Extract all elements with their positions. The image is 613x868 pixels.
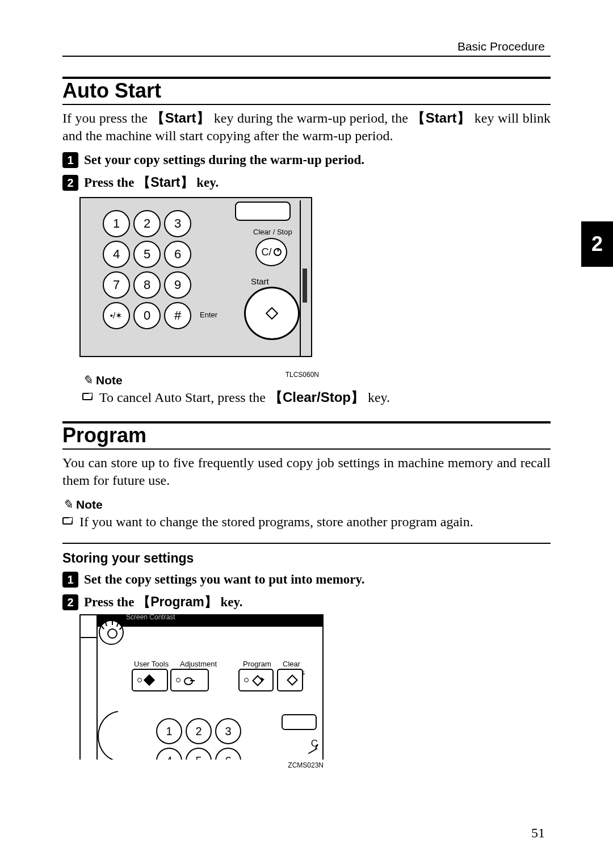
note-heading: ✎ Note bbox=[62, 497, 551, 512]
clearstop-label: Clear / Stop bbox=[253, 228, 292, 236]
figure-code: TLCS060N bbox=[285, 371, 319, 379]
figure-keypad-panel: 1 2 3 4 5 6 7 8 9 •/✶ bbox=[79, 197, 322, 367]
stop-icon bbox=[274, 248, 282, 256]
panel-corner bbox=[81, 614, 98, 638]
text: If you press the bbox=[62, 111, 151, 125]
panel-side-strip bbox=[300, 200, 309, 356]
enter-label: Enter bbox=[200, 311, 217, 319]
rbracket: 】 bbox=[196, 110, 211, 125]
key-6[interactable]: 6 bbox=[215, 748, 241, 760]
lbracket: 【 bbox=[137, 594, 150, 609]
display-slot bbox=[235, 202, 291, 221]
key-5[interactable]: 5 bbox=[186, 748, 212, 760]
manual-page: Basic Procedure 2 Auto Start If you pres… bbox=[0, 0, 613, 868]
clear-stop-button[interactable]: C/ bbox=[255, 238, 287, 266]
step-2: 2 Press the 【Program】 key. bbox=[62, 593, 551, 611]
text: Press the bbox=[84, 595, 137, 609]
text: key. bbox=[194, 175, 219, 190]
storing-settings-title: Storing your settings bbox=[62, 551, 551, 566]
key-clear-stop: Clear/Stop bbox=[283, 389, 351, 405]
key-4[interactable]: 4 bbox=[156, 748, 182, 760]
numeric-keypad: 1 2 3 4 5 6 bbox=[154, 716, 243, 760]
key-1[interactable]: 1 bbox=[103, 210, 130, 237]
lbracket: 【 bbox=[269, 389, 283, 405]
step-2-text: Press the 【Start】 key. bbox=[84, 174, 219, 191]
panel-frame: Screen Contrast User Tools Adjustment Pr… bbox=[79, 614, 324, 760]
adjustment-button[interactable] bbox=[170, 669, 209, 691]
lbracket: 【 bbox=[151, 110, 165, 125]
chapter-tab: 2 bbox=[581, 221, 613, 267]
key-3[interactable]: 3 bbox=[215, 718, 241, 744]
key-8[interactable]: 8 bbox=[133, 271, 161, 299]
contrast-dial[interactable] bbox=[99, 620, 124, 645]
auto-start-intro: If you press the 【Start】 key during the … bbox=[62, 110, 551, 144]
key-program: Program bbox=[150, 594, 204, 609]
text: Press the bbox=[84, 175, 137, 190]
user-tools-button[interactable] bbox=[132, 669, 168, 691]
figure-program-panel: Screen Contrast User Tools Adjustment Pr… bbox=[79, 614, 329, 770]
text: key during the warm-up period, the bbox=[210, 111, 412, 125]
key-2[interactable]: 2 bbox=[133, 210, 161, 237]
program-intro: You can store up to five frequently used… bbox=[62, 454, 551, 489]
page-number: 51 bbox=[531, 825, 545, 841]
note-text: If you want to change the stored program… bbox=[79, 513, 473, 531]
key-0[interactable]: 0 bbox=[133, 302, 161, 329]
key-4[interactable]: 4 bbox=[103, 241, 130, 268]
start-button[interactable] bbox=[244, 287, 300, 340]
pencil-icon: ✎ bbox=[62, 497, 73, 512]
step-number-icon: 1 bbox=[62, 572, 78, 588]
clear-modes-button[interactable] bbox=[277, 669, 303, 691]
key-start: Start bbox=[165, 110, 196, 125]
lbracket: 【 bbox=[412, 110, 425, 125]
header-section-label: Basic Procedure bbox=[457, 40, 545, 53]
led-icon bbox=[176, 678, 180, 682]
note-text: To cancel Auto Start, press the 【Clear/S… bbox=[99, 389, 390, 406]
key-5[interactable]: 5 bbox=[133, 241, 161, 268]
note-item: If you want to change the stored program… bbox=[62, 513, 551, 531]
step-2-text: Press the 【Program】 key. bbox=[84, 593, 242, 611]
page-content: Auto Start If you press the 【Start】 key … bbox=[62, 77, 551, 770]
rbracket: 】 bbox=[180, 175, 194, 190]
diamond-outline-icon bbox=[287, 674, 298, 686]
text: key. bbox=[217, 595, 243, 609]
key-3[interactable]: 3 bbox=[164, 210, 191, 237]
note-bullet-icon bbox=[82, 393, 93, 400]
section-rule-thin bbox=[62, 104, 551, 105]
panel-banner: Screen Contrast bbox=[98, 614, 322, 627]
clear-stop-text: C/ bbox=[262, 246, 272, 258]
note-label: Note bbox=[96, 374, 123, 387]
key-7[interactable]: 7 bbox=[103, 271, 130, 299]
panel-curve bbox=[98, 711, 143, 760]
step-number-icon: 2 bbox=[62, 594, 78, 610]
text: To cancel Auto Start, press the bbox=[99, 390, 269, 405]
key-9[interactable]: 9 bbox=[164, 271, 191, 299]
step-2: 2 Press the 【Start】 key. bbox=[62, 174, 551, 191]
text: key. bbox=[364, 390, 390, 405]
rbracket: 】 bbox=[204, 594, 217, 609]
section-rule-thin bbox=[62, 448, 551, 450]
note-item: To cancel Auto Start, press the 【Clear/S… bbox=[82, 389, 551, 406]
key-1[interactable]: 1 bbox=[156, 718, 182, 744]
pencil-icon: ✎ bbox=[82, 373, 93, 388]
key-6[interactable]: 6 bbox=[164, 241, 191, 268]
numeric-keypad: 1 2 3 4 5 6 7 8 9 •/✶ bbox=[101, 208, 193, 331]
header-rule bbox=[62, 56, 551, 57]
label-adjustment: Adjustment bbox=[180, 660, 217, 668]
key-2[interactable]: 2 bbox=[186, 718, 212, 744]
step-number-icon: 2 bbox=[62, 175, 78, 191]
step-1-text: Set your copy settings during the warm-u… bbox=[84, 153, 364, 167]
step-1: 1 Set your copy settings during the warm… bbox=[62, 152, 551, 168]
led-icon bbox=[137, 678, 142, 682]
key-dot-star[interactable]: •/✶ bbox=[103, 302, 130, 329]
diamond-icon bbox=[144, 674, 155, 686]
step-1-text: Set the copy settings you want to put in… bbox=[84, 572, 365, 587]
rbracket: 】 bbox=[456, 110, 471, 125]
key-hash[interactable]: # bbox=[164, 302, 191, 329]
panel-bg: 1 2 3 4 5 6 7 8 9 •/✶ bbox=[79, 197, 312, 357]
panel-divider bbox=[96, 638, 98, 760]
start-label: Start bbox=[251, 276, 269, 286]
note-label: Note bbox=[76, 498, 103, 511]
program-icon bbox=[252, 675, 262, 685]
subsection-rule bbox=[62, 543, 551, 544]
program-button[interactable] bbox=[238, 669, 274, 691]
